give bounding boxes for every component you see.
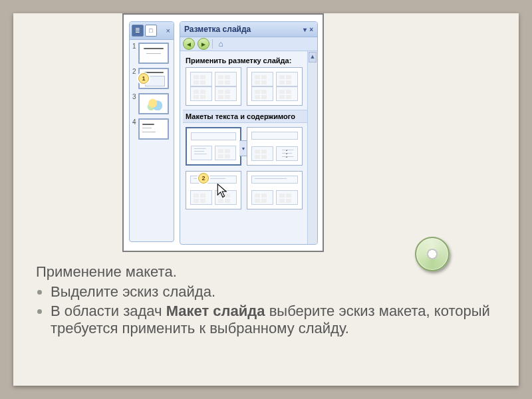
bullet-text: Выделите эскиз слайда. [51, 283, 215, 300]
screenshot-illustration: ≣ □ × 1 2 3 [122, 13, 324, 252]
layout-thumbnail-selected[interactable]: ▾ [186, 127, 241, 166]
slide-body-text: Применение макета. Выделите эскиз слайда… [36, 263, 496, 339]
scroll-up-icon[interactable]: ▲ [309, 52, 317, 63]
nav-back-button[interactable]: ◄ [183, 38, 195, 50]
task-pane-titlebar: Разметка слайда ▾ × [180, 22, 317, 37]
callout-badge-1: 1 [138, 73, 149, 84]
layout-gallery-content [184, 67, 313, 106]
bullet-item: В области задач Макет слайда выберите эс… [51, 303, 496, 338]
bullet-item: Выделите эскиз слайда. [51, 283, 496, 301]
layout-thumbnail[interactable] [186, 67, 241, 106]
thumbnail-list: 1 2 3 4 [130, 40, 174, 146]
thumbnail-row[interactable]: 1 [132, 43, 171, 64]
callout-badge-2: 2 [198, 173, 209, 184]
task-pane-scrollbar[interactable]: ▲ ▼ [307, 51, 317, 245]
thumb-number: 1 [132, 43, 136, 50]
layout-gallery-text-content: ▾ [184, 127, 313, 209]
slides-thumbnail-pane: ≣ □ × 1 2 3 [129, 21, 174, 242]
slide-title-text: Применение макета. [36, 263, 177, 280]
layout-thumbnail[interactable] [247, 127, 303, 166]
presentation-slide: ≣ □ × 1 2 3 [13, 13, 519, 386]
dropdown-icon[interactable]: ▾ [303, 26, 307, 33]
task-pane-slide-layout: Разметка слайда ▾ × ◄ ► ⌂ Применить разм… [180, 21, 318, 245]
close-icon[interactable]: × [165, 27, 172, 35]
layout-section-heading: Макеты текста и содержимого [183, 110, 315, 123]
home-icon[interactable]: ⌂ [215, 39, 226, 49]
layout-thumbnail[interactable] [186, 171, 241, 209]
thumbnail-row[interactable]: 3 [132, 93, 171, 114]
task-pane-title: Разметка слайда [184, 25, 251, 34]
slide-thumbnail[interactable] [138, 93, 169, 114]
bullet-text: В области задач [51, 303, 166, 319]
outline-tab-icon[interactable]: ≣ [132, 25, 144, 37]
slide-thumbnail[interactable] [138, 43, 169, 64]
apply-layout-heading: Применить разметку слайда: [186, 57, 312, 65]
thumb-number: 3 [132, 93, 136, 100]
thumb-number: 2 [132, 68, 136, 75]
slide-thumbnail[interactable] [138, 118, 169, 140]
layout-thumbnail[interactable] [247, 67, 303, 106]
thumb-number: 4 [132, 118, 136, 126]
slides-tab-icon[interactable]: □ [145, 25, 157, 37]
layout-thumbnail[interactable] [247, 171, 303, 209]
task-pane-nav: ◄ ► ⌂ [180, 37, 317, 51]
task-pane-body: Применить разметку слайда: Макеты текста… [180, 51, 317, 245]
bullet-bold: Макет слайда [166, 303, 265, 319]
thumbnail-pane-header: ≣ □ × [130, 22, 174, 40]
close-icon[interactable]: × [309, 26, 313, 33]
thumbnail-row[interactable]: 4 [132, 118, 171, 140]
nav-forward-button[interactable]: ► [198, 38, 209, 50]
